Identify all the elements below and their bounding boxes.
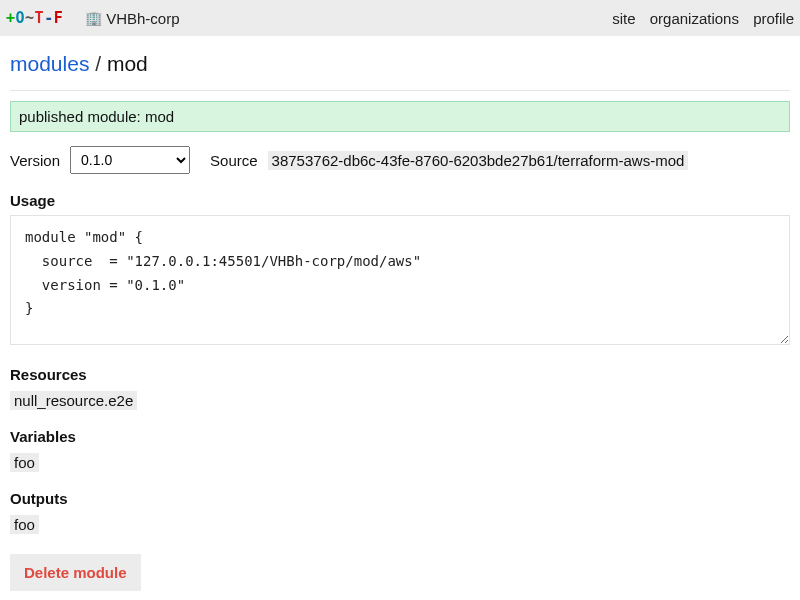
source-label: Source	[210, 152, 258, 169]
output-item: foo	[10, 515, 39, 534]
variables-heading: Variables	[10, 428, 790, 445]
outputs-heading: Outputs	[10, 490, 790, 507]
usage-code[interactable]	[10, 215, 790, 345]
nav-profile[interactable]: profile	[753, 10, 794, 27]
flash-message: published module: mod	[10, 101, 790, 132]
version-label: Version	[10, 152, 60, 169]
source-path: 38753762-db6c-43fe-8760-6203bde27b61/ter…	[268, 151, 689, 170]
resource-item: null_resource.e2e	[10, 391, 137, 410]
nav-organizations[interactable]: organizations	[650, 10, 739, 27]
breadcrumb-modules-link[interactable]: modules	[10, 52, 89, 75]
logo-char: O	[16, 9, 26, 27]
logo-char: T	[35, 9, 45, 27]
breadcrumb-current: mod	[107, 52, 148, 75]
variable-item: foo	[10, 453, 39, 472]
delete-module-button[interactable]: Delete module	[10, 554, 141, 591]
topbar: +O~T-F 🏢 VHBh-corp site organizations pr…	[0, 0, 800, 36]
version-source-row: Version 0.1.0 Source 38753762-db6c-43fe-…	[10, 146, 790, 174]
organization-icon: 🏢	[85, 10, 102, 26]
logo-char: ~	[25, 9, 35, 27]
breadcrumb-separator: /	[89, 52, 107, 75]
main-content: modules / mod published module: mod Vers…	[0, 36, 800, 600]
nav-site[interactable]: site	[612, 10, 635, 27]
divider	[10, 90, 790, 91]
breadcrumb: modules / mod	[10, 52, 790, 76]
resources-heading: Resources	[10, 366, 790, 383]
logo-char: F	[54, 9, 64, 27]
site-logo: +O~T-F	[6, 9, 63, 27]
logo-char: +	[6, 9, 16, 27]
version-select[interactable]: 0.1.0	[70, 146, 190, 174]
logo-char: -	[44, 9, 54, 27]
top-nav: site organizations profile	[602, 10, 794, 27]
usage-heading: Usage	[10, 192, 790, 209]
organization-name[interactable]: VHBh-corp	[106, 10, 179, 27]
